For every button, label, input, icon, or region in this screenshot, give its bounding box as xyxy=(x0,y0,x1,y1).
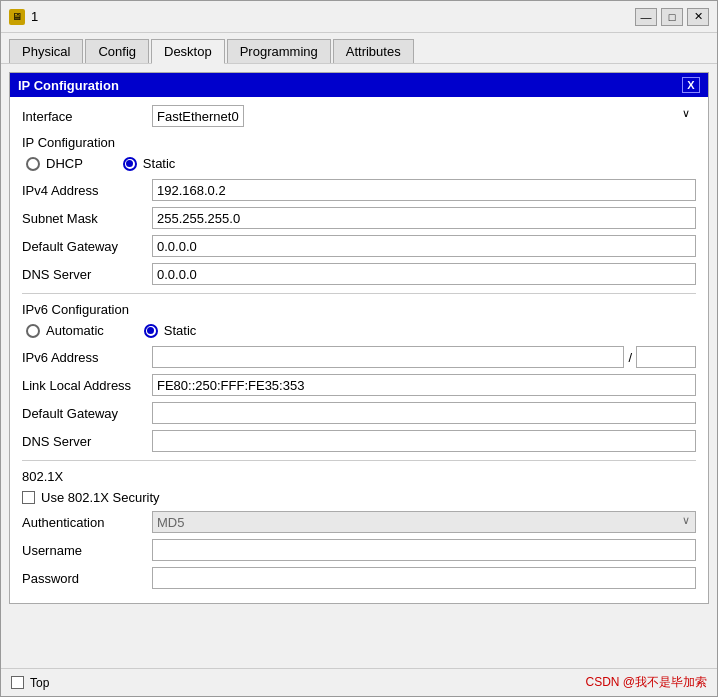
ipv4-address-row: IPv4 Address xyxy=(22,179,696,201)
authentication-input[interactable] xyxy=(152,511,696,533)
username-value xyxy=(152,539,696,561)
ipv4-address-input[interactable] xyxy=(152,179,696,201)
ipv6-static-radio-circle xyxy=(144,324,158,338)
dhcp-radio[interactable]: DHCP xyxy=(26,156,83,171)
ipv6-static-radio[interactable]: Static xyxy=(144,323,197,338)
ipv6-default-gateway-input[interactable] xyxy=(152,402,696,424)
dot1x-checkbox[interactable] xyxy=(22,491,35,504)
ipv6-dns-server-label: DNS Server xyxy=(22,434,152,449)
minimize-button[interactable]: — xyxy=(635,8,657,26)
title-bar-controls: — □ ✕ xyxy=(635,8,709,26)
ipv4-address-label: IPv4 Address xyxy=(22,183,152,198)
subnet-mask-value xyxy=(152,207,696,229)
subnet-mask-input[interactable] xyxy=(152,207,696,229)
static-radio[interactable]: Static xyxy=(123,156,176,171)
dhcp-radio-circle xyxy=(26,157,40,171)
username-label: Username xyxy=(22,543,152,558)
tab-attributes[interactable]: Attributes xyxy=(333,39,414,63)
close-button[interactable]: ✕ xyxy=(687,8,709,26)
default-gateway-input[interactable] xyxy=(152,235,696,257)
password-label: Password xyxy=(22,571,152,586)
title-bar: 🖥 1 — □ ✕ xyxy=(1,1,717,33)
default-gateway-value xyxy=(152,235,696,257)
authentication-row: Authentication ∨ xyxy=(22,511,696,533)
dns-server-label: DNS Server xyxy=(22,267,152,282)
ipv4-address-value xyxy=(152,179,696,201)
ipv6-radio-row: Automatic Static xyxy=(22,323,696,338)
ipv6-automatic-radio[interactable]: Automatic xyxy=(26,323,104,338)
window-icon: 🖥 xyxy=(9,9,25,25)
authentication-label: Authentication xyxy=(22,515,152,530)
link-local-address-row: Link Local Address xyxy=(22,374,696,396)
ipv6-prefix-input[interactable] xyxy=(636,346,696,368)
link-local-address-input[interactable] xyxy=(152,374,696,396)
maximize-button[interactable]: □ xyxy=(661,8,683,26)
password-input[interactable] xyxy=(152,567,696,589)
ipv6-default-gateway-label: Default Gateway xyxy=(22,406,152,421)
content-area: IP Configuration X Interface FastEtherne… xyxy=(1,64,717,668)
interface-wrapper: FastEthernet0 xyxy=(152,105,696,127)
ipv6-automatic-radio-circle xyxy=(26,324,40,338)
ipv6-address-row: IPv6 Address / xyxy=(22,346,696,368)
interface-row: Interface FastEthernet0 xyxy=(22,105,696,127)
top-label: Top xyxy=(30,676,49,690)
ipv4-section-title: IP Configuration xyxy=(22,135,696,150)
bottom-left: Top xyxy=(11,676,49,690)
interface-select[interactable]: FastEthernet0 xyxy=(152,105,244,127)
ipv6-slash: / xyxy=(628,350,632,365)
ipv6-dns-server-input[interactable] xyxy=(152,430,696,452)
panel-body: Interface FastEthernet0 IP Configuration… xyxy=(10,97,708,603)
ipv6-dns-server-value xyxy=(152,430,696,452)
ip-config-title: IP Configuration xyxy=(18,78,119,93)
link-local-address-value xyxy=(152,374,696,396)
watermark: CSDN @我不是毕加索 xyxy=(585,674,707,691)
password-row: Password xyxy=(22,567,696,589)
main-window: 🖥 1 — □ ✕ Physical Config Desktop Progra… xyxy=(0,0,718,697)
username-input[interactable] xyxy=(152,539,696,561)
ipv6-dns-server-row: DNS Server xyxy=(22,430,696,452)
authentication-value: ∨ xyxy=(152,511,696,533)
divider-1 xyxy=(22,293,696,294)
default-gateway-label: Default Gateway xyxy=(22,239,152,254)
dhcp-label: DHCP xyxy=(46,156,83,171)
default-gateway-row: Default Gateway xyxy=(22,235,696,257)
static-label: Static xyxy=(143,156,176,171)
interface-label: Interface xyxy=(22,109,152,124)
divider-2 xyxy=(22,460,696,461)
ipv6-static-label: Static xyxy=(164,323,197,338)
ipv6-default-gateway-row: Default Gateway xyxy=(22,402,696,424)
dot1x-checkbox-row: Use 802.1X Security xyxy=(22,490,696,505)
tab-bar: Physical Config Desktop Programming Attr… xyxy=(1,33,717,64)
ip-config-header: IP Configuration X xyxy=(10,73,708,97)
dot1x-section-title: 802.1X xyxy=(22,469,696,484)
username-row: Username xyxy=(22,539,696,561)
bottom-bar: Top CSDN @我不是毕加索 xyxy=(1,668,717,696)
dns-server-value xyxy=(152,263,696,285)
dns-server-row: DNS Server xyxy=(22,263,696,285)
ipv6-default-gateway-value xyxy=(152,402,696,424)
subnet-mask-row: Subnet Mask xyxy=(22,207,696,229)
password-value xyxy=(152,567,696,589)
dot1x-checkbox-label: Use 802.1X Security xyxy=(41,490,160,505)
ip-config-close-button[interactable]: X xyxy=(682,77,700,93)
tab-physical[interactable]: Physical xyxy=(9,39,83,63)
ip-config-panel: IP Configuration X Interface FastEtherne… xyxy=(9,72,709,604)
link-local-address-label: Link Local Address xyxy=(22,378,152,393)
top-checkbox[interactable] xyxy=(11,676,24,689)
tab-programming[interactable]: Programming xyxy=(227,39,331,63)
tab-config[interactable]: Config xyxy=(85,39,149,63)
ipv4-radio-row: DHCP Static xyxy=(22,156,696,171)
ipv6-section-title: IPv6 Configuration xyxy=(22,302,696,317)
ipv6-address-label: IPv6 Address xyxy=(22,350,152,365)
tab-desktop[interactable]: Desktop xyxy=(151,39,225,64)
window-title: 1 xyxy=(31,9,38,24)
ipv6-address-input[interactable] xyxy=(152,346,624,368)
ipv6-automatic-label: Automatic xyxy=(46,323,104,338)
dns-server-input[interactable] xyxy=(152,263,696,285)
static-radio-circle xyxy=(123,157,137,171)
title-bar-left: 🖥 1 xyxy=(9,9,38,25)
ipv6-address-field-group: / xyxy=(152,346,696,368)
subnet-mask-label: Subnet Mask xyxy=(22,211,152,226)
